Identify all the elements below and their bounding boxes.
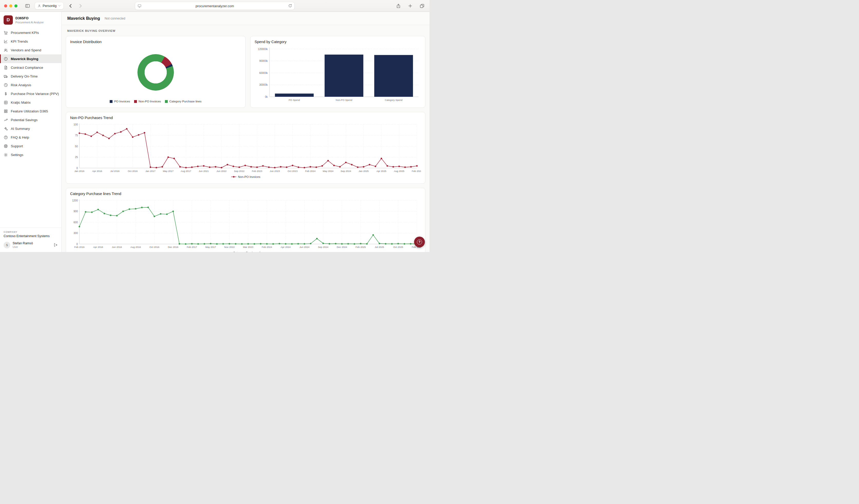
sidebar-item-kpi-trends[interactable]: KPI Trends — [0, 37, 61, 46]
company-name: Contoso Entertainment Systems — [4, 234, 58, 238]
plus-icon — [408, 3, 413, 9]
svg-text:Apr 2016: Apr 2016 — [92, 170, 102, 172]
legend-item: Non-PO Invoices — [231, 175, 260, 178]
tab-overview-button[interactable] — [419, 3, 425, 9]
file-text-icon — [4, 65, 8, 70]
card-title: Category Purchase lines Trend — [70, 192, 421, 196]
window-zoom-button[interactable] — [14, 4, 17, 7]
sidebar-item-label: Procurement KPIs — [11, 31, 39, 35]
chart-line-icon — [4, 39, 8, 44]
share-button[interactable] — [395, 3, 402, 9]
sidebar-item-label: Delivery On-Time — [11, 75, 38, 78]
sidebar-toggle-button[interactable] — [24, 3, 31, 9]
svg-text:50: 50 — [75, 145, 78, 148]
forward-button[interactable] — [77, 2, 84, 10]
help-fab[interactable]: ? — [414, 237, 425, 247]
svg-text:Apr 2016: Apr 2016 — [93, 246, 103, 248]
clock-icon — [4, 83, 8, 87]
user-row: S Stefan Ramsö User — [0, 239, 61, 252]
sidebar-item-label: Risk Analysis — [11, 83, 31, 87]
sidebar-item-purchase-price-variance-ppv[interactable]: Purchase Price Variance (PPV) — [0, 89, 61, 98]
app-subtitle: Procurement AI Analyzer — [15, 21, 44, 24]
category-trend-chart: 03006009001200Feb 2016Apr 2016Jun 2016Au… — [70, 198, 421, 250]
svg-text:Jul 2025: Jul 2025 — [375, 246, 384, 248]
sidebar-item-vendors-and-spend[interactable]: Vendors and Spend — [0, 46, 61, 54]
legend-item: PO Invoices — [110, 100, 130, 103]
sidebar-item-contract-compliance[interactable]: Contract Compliance — [0, 63, 61, 72]
window-close-button[interactable] — [4, 4, 7, 7]
svg-text:Aug 2017: Aug 2017 — [181, 170, 191, 172]
sidebar-item-procurement-kpis[interactable]: Procurement KPIs — [0, 28, 61, 37]
sidebar-item-ai-summary[interactable]: AI Summary — [0, 124, 61, 133]
svg-text:Aug 2016: Aug 2016 — [131, 246, 141, 248]
sidebar-item-delivery-on-time[interactable]: Delivery On-Time — [0, 72, 61, 81]
svg-text:PO Spend: PO Spend — [289, 98, 300, 101]
trending-up-icon — [4, 118, 8, 122]
alert-circle-icon — [4, 57, 8, 61]
grid-icon — [4, 100, 8, 105]
sparkles-icon — [4, 127, 8, 131]
sidebar-item-faq-help[interactable]: FAQ & Help — [0, 133, 61, 142]
window-minimize-button[interactable] — [9, 4, 12, 7]
sidebar-item-label: Purchase Price Variance (PPV) — [11, 92, 59, 96]
forward-icon — [78, 3, 83, 9]
sidebar-item-risk-analysis[interactable]: Risk Analysis — [0, 81, 61, 89]
svg-text:May 2017: May 2017 — [205, 246, 216, 248]
svg-text:900: 900 — [74, 210, 78, 213]
back-button[interactable] — [67, 2, 74, 10]
user-role: User — [13, 246, 33, 248]
sidebar-item-label: Feature Utilization D365 — [11, 109, 48, 113]
chevron-down-icon — [58, 4, 61, 7]
sidebar-item-label: Vendors and Spend — [11, 48, 41, 52]
sidebar-item-settings[interactable]: Settings — [0, 151, 61, 159]
svg-text:1200: 1200 — [72, 199, 78, 202]
logout-button[interactable] — [54, 243, 58, 247]
user-name: Stefan Ramsö — [13, 241, 33, 245]
category-trend-legend: Category Purchase lines — [70, 250, 421, 252]
profile-label: Personlig — [43, 4, 57, 8]
sidebar-item-label: KPI Trends — [11, 40, 28, 43]
legend-swatch — [134, 100, 137, 103]
sidebar-item-feature-utilization-d365[interactable]: Feature Utilization D365 — [0, 107, 61, 115]
person-icon — [37, 4, 41, 8]
svg-text:Dec 2016: Dec 2016 — [168, 246, 179, 248]
card-title: Non-PO Purchases Trend — [70, 116, 421, 120]
svg-text:May 2024: May 2024 — [323, 170, 333, 172]
svg-text:Sep 2022: Sep 2022 — [234, 170, 244, 172]
svg-text:Feb 2024: Feb 2024 — [305, 170, 315, 172]
legend-swatch — [165, 100, 168, 103]
sidebar-item-potential-savings[interactable]: Potential Savings — [0, 115, 61, 124]
sidebar-item-kraljic-matrix[interactable]: Kraljic Matrix — [0, 98, 61, 107]
invoice-distribution-card: Invoice Distribution PO InvoicesNon-PO I… — [66, 36, 245, 108]
svg-text:Mar 2023: Mar 2023 — [243, 246, 253, 248]
reload-button[interactable] — [288, 4, 292, 8]
svg-text:Apr 2024: Apr 2024 — [281, 246, 291, 248]
sidebar-toggle-icon — [25, 3, 30, 9]
svg-text:Jan 2016: Jan 2016 — [74, 170, 84, 172]
url-field[interactable]: procurementanalyzer.com — [135, 2, 295, 10]
sidebar-item-support[interactable]: Support — [0, 142, 61, 151]
sidebar-item-maverick-buying[interactable]: Maverick Buying — [0, 54, 61, 63]
svg-text:120000k: 120000k — [258, 48, 268, 50]
non-po-trend-card: Non-PO Purchases Trend 0255075100Jan 201… — [66, 112, 425, 184]
profile-menu-button[interactable]: Personlig — [35, 2, 63, 9]
cart-icon — [4, 31, 8, 35]
gear-icon — [4, 153, 8, 157]
svg-text:Dec 2024: Dec 2024 — [337, 246, 347, 248]
svg-text:Oct 2023: Oct 2023 — [288, 170, 298, 172]
svg-text:Apr 2025: Apr 2025 — [376, 170, 386, 172]
sidebar-menu: Procurement KPIsKPI TrendsVendors and Sp… — [0, 28, 61, 227]
dashboard-content: MAVERICK BUYING OVERVIEW Invoice Distrib… — [62, 25, 430, 252]
card-title: Spend by Category — [255, 40, 421, 44]
sidebar-item-label: Contract Compliance — [11, 66, 43, 69]
svg-text:Nov 2022: Nov 2022 — [224, 246, 235, 248]
new-tab-button[interactable] — [407, 3, 413, 9]
app-logo-row: D D365FO Procurement AI Analyzer — [0, 12, 61, 28]
logout-icon — [54, 243, 58, 247]
users-icon — [4, 48, 8, 52]
svg-text:Jun 2024: Jun 2024 — [299, 246, 309, 248]
svg-text:May 2017: May 2017 — [163, 170, 174, 172]
svg-text:0: 0 — [76, 243, 78, 246]
svg-text:Feb 2023: Feb 2023 — [252, 170, 262, 172]
company-label: COMPANY — [4, 231, 58, 233]
